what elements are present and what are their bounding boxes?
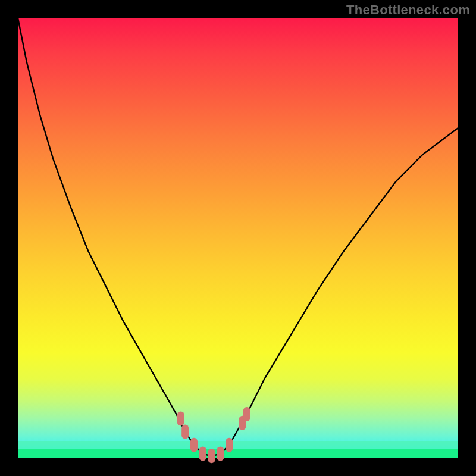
watermark-text: TheBottleneck.com [346, 2, 470, 18]
highlight-marker [190, 438, 198, 452]
optimal-zone-fade [18, 441, 458, 449]
optimal-zone-strip [18, 449, 458, 458]
highlight-marker [208, 449, 215, 463]
highlight-marker [177, 411, 184, 425]
bottleneck-curve [18, 18, 458, 456]
highlight-marker [181, 425, 189, 439]
chart-frame: TheBottleneck.com [0, 0, 476, 476]
highlight-marker [243, 407, 250, 421]
highlight-marker [199, 447, 206, 461]
plot-area [18, 18, 458, 458]
chart-svg [18, 18, 458, 458]
highlight-marker [217, 447, 224, 461]
highlight-marker [226, 438, 233, 452]
